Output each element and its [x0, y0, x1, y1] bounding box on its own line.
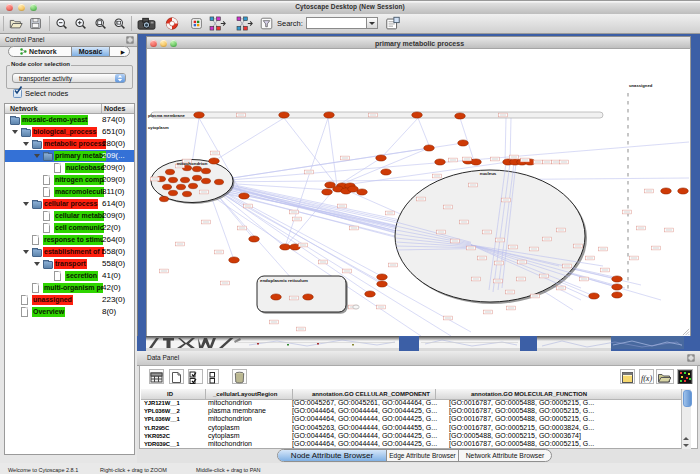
- svg-text:cytoplasm: cytoplasm: [148, 125, 169, 130]
- svg-text:mitochondrion: mitochondrion: [177, 161, 208, 166]
- svg-text:unassigned: unassigned: [629, 83, 653, 88]
- svg-text:nucleus: nucleus: [480, 171, 497, 176]
- svg-text:plasma membrane: plasma membrane: [148, 113, 185, 118]
- svg-text:endoplasmic reticulum: endoplasmic reticulum: [260, 278, 308, 283]
- svg-text:f(x): f(x): [641, 374, 652, 383]
